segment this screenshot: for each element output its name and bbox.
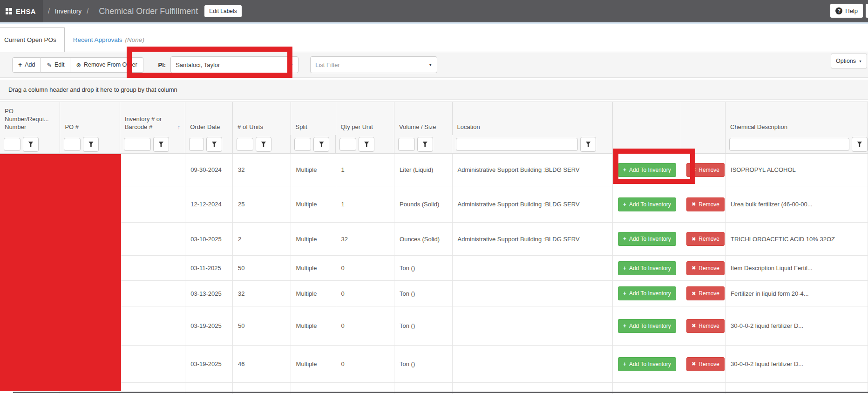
cell-order_date: 09-30-2024 — [185, 154, 233, 186]
plus-icon: + — [623, 361, 626, 367]
column-label: Split — [296, 123, 307, 131]
plus-icon: + — [623, 290, 626, 297]
edit-labels-button[interactable]: Edit Labels — [204, 5, 241, 17]
page-title: Chemical Order Fulfillment — [99, 7, 198, 16]
grid-header-cell-order_date[interactable]: Order Date — [185, 102, 233, 135]
funnel-icon — [212, 142, 217, 147]
add-to-inventory-button[interactable]: +Add To Inventory — [618, 197, 676, 211]
add-to-inventory-button[interactable]: +Add To Inventory — [618, 357, 676, 371]
remove-button[interactable]: ✖Remove — [686, 197, 725, 211]
remove-label: Remove — [698, 201, 719, 208]
chevron-down-icon: ▼ — [428, 63, 432, 67]
cell-remove-action: ✖Remove — [681, 346, 726, 382]
remove-button[interactable]: ✖Remove — [686, 357, 725, 371]
grid-header-cell-units[interactable]: # of Units — [233, 102, 291, 135]
x-icon: ✖ — [692, 265, 696, 271]
group-by-drop-zone[interactable]: Drag a column header and drop it here to… — [0, 80, 868, 100]
list-filter-select[interactable]: List Filter ▼ — [310, 56, 437, 73]
partial-button[interactable] — [866, 4, 868, 18]
filter-input-qty[interactable] — [339, 138, 356, 151]
grid-header-cell-volume[interactable]: Volume / Size — [394, 102, 453, 135]
add-to-inventory-button[interactable]: +Add To Inventory — [618, 286, 676, 300]
plus-icon: + — [623, 201, 626, 208]
filter-menu-button-po_req[interactable] — [23, 137, 39, 152]
cell-order_date: 03-10-2025 — [185, 223, 233, 255]
app-logo[interactable]: EHSA — [0, 0, 43, 22]
filter-input-description[interactable] — [729, 138, 849, 151]
filter-menu-button-order_date[interactable] — [206, 137, 222, 152]
cell-description: ISOPROPYL ALCOHOL — [726, 154, 868, 186]
filter-menu-button-location[interactable] — [580, 137, 596, 152]
x-icon: ✖ — [692, 201, 696, 207]
grid-filter-cell-qty — [336, 135, 394, 153]
cell-qty: 0 — [336, 346, 395, 382]
cell-volume: Pounds (Solid) — [394, 186, 453, 222]
add-to-inventory-button[interactable]: +Add To Inventory — [618, 319, 676, 333]
filter-menu-button-inventory[interactable] — [153, 137, 169, 152]
remove-button[interactable]: ✖Remove — [686, 261, 725, 275]
cell-order_date: 12-12-2024 — [185, 186, 233, 222]
filter-input-po_number[interactable] — [64, 138, 81, 151]
grid-header-cell-qty[interactable]: Qty per Unit — [336, 102, 395, 135]
remove-label: Remove — [698, 361, 719, 367]
grid-filter-cell-units — [233, 135, 291, 153]
funnel-icon — [364, 142, 369, 147]
highlight-box-pi-select — [127, 47, 292, 78]
cell-inventory — [120, 346, 185, 382]
filter-input-volume[interactable] — [398, 138, 415, 151]
grid-header-cell-po_req[interactable]: PO Number/Requi... Number — [0, 102, 60, 135]
cell-location: Administrative Support Building :BLDG SE… — [453, 223, 613, 255]
table-row[interactable]: 03-19-202546Multiple0Ton ()+Add To Inven… — [0, 346, 868, 383]
filter-input-split[interactable] — [294, 138, 311, 151]
table-row[interactable]: 09-30-202432Multiple1Liter (Liquid)Admin… — [0, 154, 868, 186]
add-to-inventory-button[interactable]: +Add To Inventory — [618, 261, 676, 275]
cell-remove-action: ✖Remove — [681, 281, 726, 306]
cell-location — [453, 306, 613, 345]
breadcrumb-section[interactable]: Inventory — [55, 7, 82, 15]
cell-qty: 0 — [336, 306, 395, 345]
filter-menu-button-volume[interactable] — [417, 137, 433, 152]
filter-menu-button-units[interactable] — [256, 137, 271, 152]
cell-inventory — [120, 306, 185, 345]
filter-input-order_date[interactable] — [189, 138, 204, 151]
grid-header-cell-po_number[interactable]: PO # — [60, 102, 120, 135]
remove-button[interactable]: ✖Remove — [686, 319, 725, 333]
cell-units: 25 — [233, 186, 291, 222]
filter-menu-button-split[interactable] — [313, 137, 329, 152]
grid-header-cell-description[interactable]: Chemical Description — [726, 102, 868, 135]
table-row[interactable]: 03-13-202532Multiple0Ton ()+Add To Inven… — [0, 281, 868, 306]
tab-label: Current Open POs — [4, 36, 56, 43]
filter-menu-button-po_number[interactable] — [83, 137, 99, 152]
horizontal-scrollbar[interactable] — [13, 392, 868, 393]
filter-menu-button-description[interactable] — [852, 137, 868, 152]
column-label: Volume / Size — [399, 123, 436, 131]
grid-header-cell-inventory[interactable]: Inventory # or Barcode #↑ — [120, 102, 185, 135]
grid-header-cell-location[interactable]: Location — [453, 102, 613, 135]
filter-input-po_req[interactable] — [4, 138, 20, 151]
cell-description: Urea bulk fertilizer (46-00-00... — [726, 186, 868, 222]
remove-button[interactable]: ✖Remove — [686, 286, 725, 300]
add-to-inventory-button[interactable]: +Add To Inventory — [618, 232, 676, 246]
edit-label: Edit — [54, 61, 65, 68]
table-row[interactable]: 03-19-202550Multiple0Ton ()+Add To Inven… — [0, 306, 868, 346]
grid-header-cell-split[interactable]: Split — [291, 102, 336, 135]
cell-add-action: +Add To Inventory — [613, 346, 681, 382]
table-row[interactable]: 12-12-202425Multiple1Pounds (Solid)Admin… — [0, 186, 868, 223]
remove-label: Remove — [698, 265, 719, 272]
tab-current-open-pos[interactable]: Current Open POs — [0, 27, 65, 52]
filter-input-units[interactable] — [237, 138, 253, 151]
add-button[interactable]: + Add — [12, 57, 41, 73]
question-icon: ? — [835, 7, 842, 14]
grid-filter-cell-volume — [394, 135, 452, 153]
table-row[interactable]: 03-11-202550Multiple0Ton ()+Add To Inven… — [0, 256, 868, 281]
help-button[interactable]: ? Help — [830, 4, 863, 18]
table-row[interactable]: 03-10-20252Multiple32Ounces (Solid)Admin… — [0, 223, 868, 256]
grid-filter-row — [0, 135, 868, 154]
filter-input-inventory[interactable] — [124, 138, 151, 151]
remove-button[interactable]: ✖Remove — [686, 232, 725, 246]
cell-units: 32 — [233, 154, 291, 186]
edit-button[interactable]: ✎ Edit — [41, 57, 70, 73]
filter-input-location[interactable] — [456, 138, 578, 151]
filter-menu-button-qty[interactable] — [359, 137, 374, 152]
options-button[interactable]: Options ▼ — [831, 54, 867, 68]
